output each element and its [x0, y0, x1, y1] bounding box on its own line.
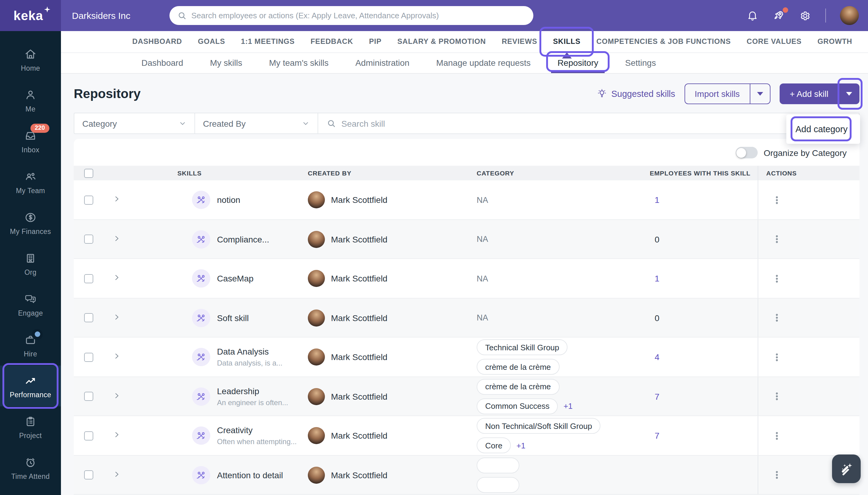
search-icon	[178, 11, 186, 20]
subtab-my-team-s-skills[interactable]: My team's skills	[263, 53, 335, 73]
skill-icon	[192, 269, 210, 288]
more-categories-count[interactable]: +1	[516, 441, 525, 450]
tab-competencies-job-functions[interactable]: COMPETENCIES & JOB FUNCTIONS	[589, 31, 738, 52]
skill-name[interactable]: Attention to detail	[217, 470, 283, 480]
tab-salary-promotion[interactable]: SALARY & PROMOTION	[390, 31, 493, 52]
global-search[interactable]	[169, 6, 533, 25]
rocket-icon[interactable]	[772, 9, 785, 22]
add-skill-button[interactable]: + Add skill	[779, 83, 859, 104]
row-checkbox[interactable]	[84, 235, 93, 244]
row-checkbox[interactable]	[84, 392, 93, 401]
expand-row-button[interactable]	[103, 430, 130, 441]
tab-pip[interactable]: PIP	[362, 31, 389, 52]
skill-name[interactable]: Creativity	[217, 425, 297, 435]
keka-logo[interactable]: keka	[0, 0, 61, 31]
skill-search[interactable]	[318, 113, 859, 134]
import-skills-button[interactable]: Import skills	[684, 83, 770, 104]
sub-nav: DashboardMy skillsMy team's skillsAdmini…	[61, 53, 868, 73]
sidebar-item-time-attend[interactable]: Time Attend	[0, 447, 61, 488]
skill-name[interactable]: Soft skill	[217, 313, 249, 323]
sidebar: HomeMe220InboxMy TeamMy FinancesOrgEngag…	[0, 31, 61, 495]
magic-wand-button[interactable]	[832, 454, 861, 483]
kebab-menu-icon[interactable]	[772, 274, 782, 283]
select-all-checkbox[interactable]	[84, 169, 93, 178]
employee-count[interactable]: 7	[650, 431, 758, 441]
sidebar-item-me[interactable]: Me	[0, 80, 61, 121]
category-chip: crème de la crème	[477, 359, 559, 375]
tab-skills[interactable]: SKILLS	[546, 31, 588, 52]
creator-name: Mark Scottfield	[331, 313, 387, 323]
import-skills-caret[interactable]	[749, 84, 770, 103]
chevron-right-icon	[113, 312, 120, 323]
employee-count[interactable]: 1	[650, 274, 758, 283]
sidebar-item-home[interactable]: Home	[0, 39, 61, 80]
skill-search-input[interactable]	[341, 119, 850, 128]
gear-icon[interactable]	[799, 10, 811, 22]
kebab-menu-icon[interactable]	[772, 313, 782, 322]
bell-icon[interactable]	[747, 10, 758, 21]
add-skill-caret[interactable]	[839, 83, 859, 104]
sidebar-item-engage[interactable]: Engage	[0, 284, 61, 325]
organize-by-category-toggle[interactable]	[736, 147, 758, 159]
user-avatar[interactable]	[840, 6, 859, 25]
menu-item-add-category[interactable]: Add category	[786, 118, 860, 141]
col-skills: SKILLS	[178, 170, 308, 177]
kebab-menu-icon[interactable]	[772, 470, 782, 479]
kebab-menu-icon[interactable]	[772, 353, 782, 362]
expand-row-button[interactable]	[103, 234, 130, 244]
expand-row-button[interactable]	[103, 194, 130, 205]
kebab-menu-icon[interactable]	[772, 392, 782, 401]
row-checkbox[interactable]	[84, 353, 93, 362]
expand-row-button[interactable]	[103, 352, 130, 362]
expand-row-button[interactable]	[103, 470, 130, 480]
kebab-menu-icon[interactable]	[772, 431, 782, 440]
subtab-settings[interactable]: Settings	[618, 53, 663, 73]
expand-row-button[interactable]	[103, 273, 130, 284]
skill-name[interactable]: Leadership	[217, 386, 288, 396]
tab-growth[interactable]: GROWTH	[810, 31, 859, 52]
tab-dashboard[interactable]: DASHBOARD	[125, 31, 189, 52]
sidebar-item-org[interactable]: Org	[0, 243, 61, 284]
sidebar-item-performance[interactable]: Performance	[0, 365, 61, 406]
employee-count[interactable]: 4	[650, 352, 758, 362]
skill-name[interactable]: Compliance...	[217, 234, 269, 244]
sidebar-item-my-team[interactable]: My Team	[0, 161, 61, 202]
subtab-dashboard[interactable]: Dashboard	[135, 53, 190, 73]
subtab-manage-update-requests[interactable]: Manage update requests	[430, 53, 537, 73]
import-skills-label[interactable]: Import skills	[685, 84, 749, 103]
subtab-my-skills[interactable]: My skills	[203, 53, 249, 73]
employee-count[interactable]: 1	[650, 195, 758, 205]
subtab-administration[interactable]: Administration	[349, 53, 416, 73]
toggle-knob	[737, 148, 746, 158]
skill-name[interactable]: CaseMap	[217, 274, 254, 283]
created-by-filter[interactable]: Created By	[195, 113, 318, 134]
tab-core-values[interactable]: CORE VALUES	[739, 31, 809, 52]
tab-goals[interactable]: GOALS	[190, 31, 232, 52]
row-checkbox[interactable]	[84, 431, 93, 440]
subtab-repository[interactable]: Repository	[551, 53, 605, 73]
sidebar-item-my-finances[interactable]: My Finances	[0, 202, 61, 243]
sidebar-item-project[interactable]: Project	[0, 406, 61, 447]
kebab-menu-icon[interactable]	[772, 195, 782, 204]
category-filter[interactable]: Category	[74, 113, 195, 134]
sidebar-item-hire[interactable]: Hire	[0, 325, 61, 365]
row-checkbox[interactable]	[84, 470, 93, 479]
skill-name[interactable]: notion	[217, 195, 240, 205]
global-search-input[interactable]	[191, 11, 525, 20]
tab-reports[interactable]: REPORTS	[861, 31, 868, 52]
tab-feedback[interactable]: FEEDBACK	[303, 31, 361, 52]
employee-count[interactable]: 7	[650, 391, 758, 401]
add-skill-label[interactable]: + Add skill	[779, 83, 839, 104]
sidebar-item-inbox[interactable]: 220Inbox	[0, 121, 61, 161]
row-checkbox[interactable]	[84, 274, 93, 283]
tab-reviews[interactable]: REVIEWS	[494, 31, 544, 52]
suggested-skills-link[interactable]: Suggested skills	[597, 88, 675, 99]
tab-1-1-meetings[interactable]: 1:1 MEETINGS	[234, 31, 302, 52]
more-categories-count[interactable]: +1	[564, 402, 573, 411]
skill-name[interactable]: Data Analysis	[217, 347, 283, 356]
kebab-menu-icon[interactable]	[772, 235, 782, 244]
expand-row-button[interactable]	[103, 312, 130, 323]
row-checkbox[interactable]	[84, 195, 93, 204]
expand-row-button[interactable]	[103, 391, 130, 402]
row-checkbox[interactable]	[84, 313, 93, 322]
